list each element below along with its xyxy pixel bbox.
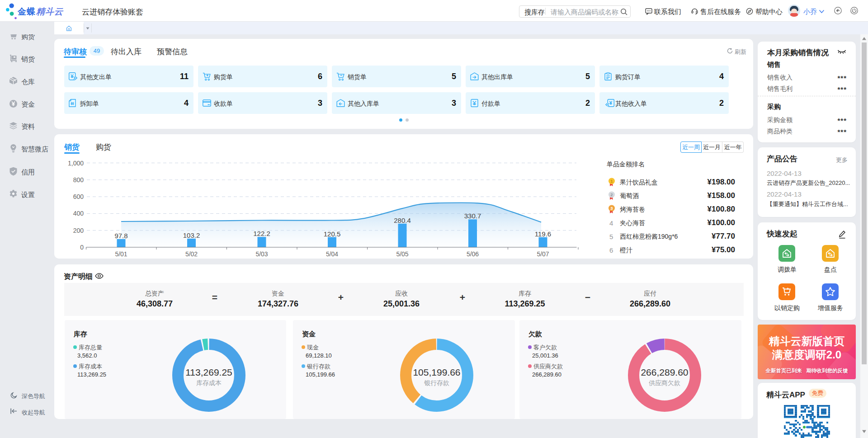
svg-text:3: 3 [610,206,613,211]
svg-text:1: 1 [610,179,613,184]
svg-text:2: 2 [610,192,613,197]
